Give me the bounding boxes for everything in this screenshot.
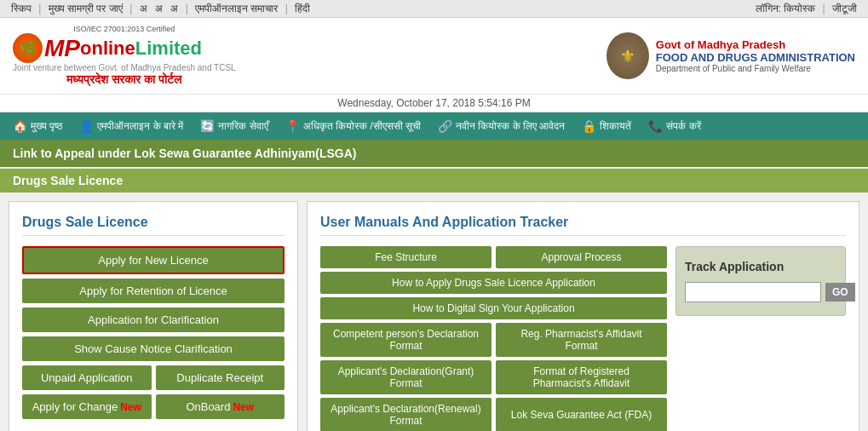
govt-emblem-icon: ⚜ — [606, 32, 649, 79]
lsga-banner: Link to Appeal under Lok Sewa Guarantee … — [0, 140, 868, 167]
apply-change-label: Apply for Change — [32, 400, 118, 413]
how-to-sign-button[interactable]: How to Digital Sign Your Application — [320, 297, 667, 319]
apply-change-new-badge: New — [120, 401, 141, 413]
hindi-link[interactable]: हिंदी — [295, 3, 310, 14]
nav-home-label: मुख्य पृष्ठ — [31, 120, 62, 132]
font-large-link[interactable]: अ — [170, 3, 178, 14]
app-clarification-button[interactable]: Application for Clarification — [22, 307, 285, 332]
top-bar: स्किप | मुख्य सामग्री पर जाएं | अ अ अ | … — [0, 0, 868, 18]
apply-change-button[interactable]: Apply for ChangeNew — [22, 394, 152, 419]
top-bar-left: स्किप | मुख्य सामग्री पर जाएं | अ अ अ | … — [9, 3, 313, 14]
nav-bar: 🏠 मुख्य पृष्ठ 👤 एमपीऑनलाइन के बारे में 🔄… — [0, 112, 868, 140]
news-link[interactable]: एमपीऑनलाइन समाचार — [195, 3, 278, 14]
fee-structure-button[interactable]: Fee Structure — [320, 246, 491, 268]
track-title: Track Application — [685, 260, 836, 273]
nav-contact[interactable]: 📞 संपर्क करें — [640, 112, 709, 140]
online-text: online — [80, 37, 135, 60]
renewal-lok-row: Applicant's Declaration(Renewal) Format … — [320, 398, 667, 431]
govt-logo: ⚜ Govt of Madhya Pradesh FOOD AND DRUGS … — [606, 32, 855, 79]
right-panel: User Manuals And Application Tracker Fee… — [307, 201, 859, 431]
govt-title1: Govt of Madhya Pradesh — [656, 38, 855, 51]
nav-about[interactable]: 👤 एमपीऑनलाइन के बारे में — [71, 112, 192, 140]
link-icon: 🔗 — [438, 119, 452, 133]
how-to-apply-button[interactable]: How to Apply Drugs Sale Licence Applicat… — [320, 272, 667, 294]
duplicate-receipt-button[interactable]: Duplicate Receipt — [156, 365, 285, 390]
nav-home[interactable]: 🏠 मुख्य पृष्ठ — [4, 112, 71, 140]
mp-circle-icon: 🌿 — [13, 33, 43, 63]
lok-seva-button[interactable]: Lok Seva Guarantee Act (FDA) — [496, 398, 667, 431]
nav-kiosk[interactable]: 📍 अधिकृत कियोस्क /सीएससी सूची — [277, 112, 429, 140]
approval-process-button[interactable]: Approval Process — [496, 246, 667, 268]
hindi-logo-text: मध्यप्रदेश सरकार का पोर्टल — [13, 72, 236, 87]
location-icon: 📍 — [285, 119, 300, 133]
person-icon: 👤 — [79, 119, 94, 133]
track-application-panel: Track Application GO — [675, 246, 846, 431]
top-link-row: Fee Structure Approval Process — [320, 246, 667, 268]
track-box: Track Application GO — [675, 246, 846, 316]
nav-services-label: नागरिक सेवाएँ — [218, 120, 267, 132]
applicant-renewal-button[interactable]: Applicant's Declaration(Renewal) Format — [320, 398, 491, 431]
nav-complaint[interactable]: 🔒 शिकायतें — [573, 112, 640, 140]
login-kiosk-link[interactable]: लॉगिन: कियोस्क — [756, 3, 816, 14]
mp-text: MP — [44, 35, 80, 62]
lsga-link[interactable]: Link to Appeal under Lok Sewa Guarantee … — [13, 147, 356, 160]
nav-new-kiosk[interactable]: 🔗 नवीन कियोस्क के लिए आवेदन — [429, 112, 573, 140]
main-content-link[interactable]: मुख्य सामग्री पर जाएं — [49, 3, 123, 14]
header: ISO/IEC 27001:2013 Certified 🌿 MP online… — [0, 18, 868, 95]
track-input-row: GO — [685, 282, 836, 302]
logo-sub-text: Joint venture between Govt. of Madhya Pr… — [13, 63, 236, 72]
show-cause-button[interactable]: Show Cause Notice Clarification — [22, 336, 285, 361]
iso-text: ISO/IEC 27001:2013 Certified — [13, 25, 236, 33]
competent-person-button[interactable]: Competent person's Declaration Format — [320, 323, 491, 357]
grant-format-row: Applicant's Declaration(Grant) Format Fo… — [320, 360, 667, 394]
govt-text: Govt of Madhya Pradesh FOOD AND DRUGS AD… — [656, 38, 855, 73]
govt-dept: Department of Public and Family Welfare — [656, 64, 855, 73]
logo-area: ISO/IEC 27001:2013 Certified 🌿 MP online… — [13, 25, 236, 87]
nav-kiosk-label: अधिकृत कियोस्क /सीएससी सूची — [303, 120, 421, 132]
date-bar: Wednesday, October 17, 2018 5:54:16 PM — [0, 95, 868, 112]
unpaid-application-button[interactable]: Unpaid Application — [22, 365, 152, 390]
nav-contact-label: संपर्क करें — [666, 120, 700, 132]
nav-about-label: एमपीऑनलाइन के बारे में — [97, 120, 183, 132]
top-bar-right: लॉगिन: कियोस्क | जीटूजी — [753, 3, 859, 14]
phone-icon: 📞 — [648, 119, 663, 133]
nav-new-kiosk-label: नवीन कियोस्क के लिए आवेदन — [456, 120, 565, 132]
left-panel: Drugs Sale Licence Apply for New Licence… — [9, 201, 298, 431]
row-new-buttons: Apply for ChangeNew OnBoardNew — [22, 394, 285, 419]
right-grid: Fee Structure Approval Process How to Ap… — [320, 246, 846, 431]
applicant-grant-button[interactable]: Applicant's Declaration(Grant) Format — [320, 360, 491, 394]
font-small-link[interactable]: अ — [140, 3, 147, 14]
left-panel-title: Drugs Sale Licence — [22, 215, 285, 236]
nav-complaint-label: शिकायतें — [600, 120, 631, 132]
row-unpaid-duplicate: Unpaid Application Duplicate Receipt — [22, 365, 285, 390]
apply-new-licence-button[interactable]: Apply for New Licence — [22, 246, 285, 274]
onboard-new-badge: New — [233, 401, 254, 413]
onboard-label: OnBoard — [186, 400, 230, 413]
left-links: Fee Structure Approval Process How to Ap… — [320, 246, 667, 431]
nav-services[interactable]: 🔄 नागरिक सेवाएँ — [192, 112, 276, 140]
refresh-icon: 🔄 — [200, 119, 215, 133]
font-medium-link[interactable]: अ — [155, 3, 163, 14]
g2g-link[interactable]: जीटूजी — [832, 3, 857, 14]
track-application-input[interactable] — [685, 282, 821, 302]
limited-text: Limited — [135, 37, 202, 60]
apply-retention-button[interactable]: Apply for Retention of Licence — [22, 279, 285, 303]
onboard-button[interactable]: OnBoardNew — [156, 394, 285, 419]
logo-main: 🌿 MP online Limited — [13, 33, 236, 63]
competent-reg-row: Competent person's Declaration Format Re… — [320, 323, 667, 357]
header-right: ⚜ Govt of Madhya Pradesh FOOD AND DRUGS … — [606, 32, 855, 79]
format-pharmacist-button[interactable]: Format of Registered Pharmacist's Affida… — [496, 360, 667, 394]
reg-pharmacist-button[interactable]: Reg. Pharmacist's Affidavit Format — [496, 323, 667, 357]
home-icon: 🏠 — [13, 119, 27, 133]
right-panel-title: User Manuals And Application Tracker — [320, 215, 846, 236]
drugs-banner: Drugs Sale Licence — [0, 169, 868, 193]
govt-title2: FOOD AND DRUGS ADMINISTRATION — [656, 51, 855, 64]
skip-link[interactable]: स्किप — [11, 3, 32, 14]
main-content: Drugs Sale Licence Apply for New Licence… — [0, 193, 868, 431]
lock-icon: 🔒 — [582, 119, 596, 133]
go-button[interactable]: GO — [825, 283, 855, 302]
